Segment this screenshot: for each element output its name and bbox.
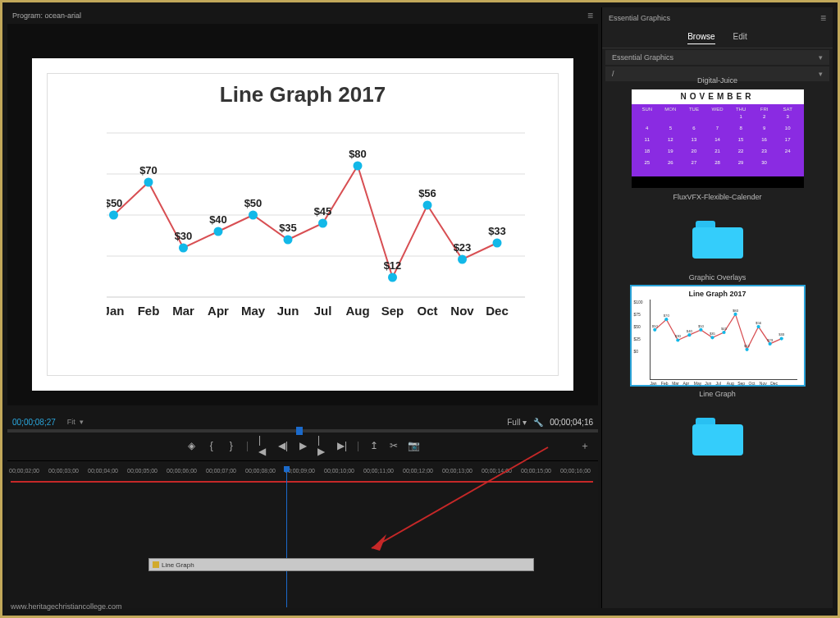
svg-text:$50: $50	[244, 197, 262, 209]
panel-menu-icon[interactable]: ≡	[820, 12, 826, 24]
mark-out-icon[interactable]: }	[226, 441, 236, 451]
timeline-ruler[interactable]: 00;00;02;0000;00;03;0000;00;04;0000;00;0…	[7, 468, 598, 479]
wrench-icon[interactable]: 🔧	[533, 418, 543, 427]
svg-text:$80: $80	[349, 148, 367, 160]
timeline-work-area[interactable]	[11, 481, 593, 483]
svg-text:$56: $56	[418, 187, 436, 199]
fit-dropdown[interactable]: Fit ▾	[67, 418, 84, 426]
svg-text:Mar: Mar	[172, 304, 194, 318]
step-forward-icon[interactable]: |▶	[317, 441, 327, 451]
svg-text:Aug: Aug	[345, 304, 369, 318]
scrubber-playhead-icon[interactable]	[296, 427, 303, 435]
mark-in-icon[interactable]: {	[207, 441, 217, 451]
tab-browse[interactable]: Browse	[687, 32, 714, 44]
step-back-icon[interactable]: ◀|	[278, 441, 288, 451]
ruler-tick: 00;00;02;00	[7, 468, 47, 479]
svg-text:Feb: Feb	[138, 304, 160, 318]
play-icon[interactable]: ▶	[298, 441, 308, 451]
chart-title: Line Graph 2017	[48, 84, 558, 105]
svg-text:$23: $23	[767, 338, 774, 342]
marker-add-icon[interactable]: ◈	[187, 441, 197, 451]
eg-panel-header: Essential Graphics ≡	[602, 7, 833, 29]
svg-text:$50: $50	[651, 324, 658, 328]
timeline-playhead[interactable]	[286, 466, 287, 607]
eg-panel-title: Essential Graphics	[609, 14, 670, 22]
line-chart: $0$25$50$75$100 JanFebMarAprMayJunJulAug…	[107, 125, 533, 330]
timeline-clip[interactable]: Line Graph	[148, 558, 534, 571]
svg-point-30	[354, 162, 363, 171]
ruler-tick: 00;00;03;00	[47, 468, 86, 479]
program-monitor: Line Graph 2017 $0$25$50$75$100 JanFebMa…	[7, 24, 598, 405]
svg-text:$35: $35	[279, 222, 297, 234]
svg-text:Dec: Dec	[486, 304, 509, 318]
svg-point-24	[144, 178, 153, 187]
export-frame-icon[interactable]: 📷	[409, 441, 418, 451]
svg-text:$40: $40	[686, 329, 692, 333]
button-editor-icon[interactable]: ＋	[580, 441, 590, 451]
chart-frame: Line Graph 2017 $0$25$50$75$100 JanFebMa…	[47, 73, 559, 376]
timecode-left: 00;00;08;27	[7, 418, 56, 427]
resolution-dropdown[interactable]: Full ▾	[507, 418, 527, 427]
program-scrubber[interactable]	[7, 429, 598, 433]
ruler-tick: 00;00;08;00	[244, 468, 283, 479]
svg-point-26	[214, 227, 223, 236]
svg-point-29	[318, 219, 327, 228]
eg-template-caption: Line Graph	[610, 390, 824, 398]
svg-point-28	[284, 236, 293, 245]
ruler-tick: 00;00;06;00	[165, 468, 204, 479]
svg-point-31	[388, 273, 397, 282]
svg-text:$30: $30	[175, 230, 193, 242]
transport-controls: ◈ { } | |◀ ◀| ▶ |▶ ▶| | ↥ ✂ 📷 ＋	[7, 436, 598, 455]
go-to-in-icon[interactable]: |◀	[258, 441, 268, 451]
program-panel-header: Program: ocean-arial ≡	[7, 7, 598, 24]
ruler-tick: 00;00;16;00	[559, 468, 598, 479]
ruler-tick: 00;00;10;00	[322, 468, 362, 479]
svg-text:$45: $45	[720, 327, 727, 331]
eg-tabs: Browse Edit	[602, 29, 833, 48]
tab-edit[interactable]: Edit	[733, 32, 747, 44]
svg-text:$33: $33	[488, 225, 506, 237]
go-to-out-icon[interactable]: ▶|	[337, 441, 347, 451]
eg-library-dropdown[interactable]: Essential Graphics▾	[605, 50, 829, 65]
ruler-tick: 00;00;07;00	[204, 468, 244, 479]
ruler-tick: 00;00;04;00	[86, 468, 126, 479]
timeline-panel: 00;00;02;0000;00;03;0000;00;04;0000;00;0…	[7, 460, 598, 608]
svg-text:Oct: Oct	[417, 304, 437, 318]
svg-point-34	[493, 239, 502, 248]
svg-point-67	[756, 325, 760, 328]
folder-icon[interactable]	[692, 418, 743, 455]
svg-text:$56: $56	[756, 321, 762, 325]
svg-text:$50: $50	[697, 324, 704, 328]
svg-point-27	[249, 211, 258, 220]
svg-point-33	[458, 255, 467, 264]
svg-point-69	[768, 342, 771, 346]
svg-text:$30: $30	[674, 334, 681, 338]
eg-template-linegraph[interactable]: Line Graph 2017$50$70$30$40$50$35$45$80$…	[632, 286, 804, 385]
svg-point-63	[733, 313, 737, 316]
svg-text:$23: $23	[454, 241, 472, 254]
svg-point-25	[179, 244, 188, 253]
svg-text:$80: $80	[733, 309, 739, 313]
svg-text:$50: $50	[107, 197, 122, 209]
ruler-tick: 00;00;05;00	[126, 468, 165, 479]
folder-icon[interactable]	[692, 221, 743, 259]
app-root: Program: ocean-arial ≡ Line Graph 2017 $…	[0, 0, 840, 618]
svg-text:$40: $40	[209, 213, 227, 226]
eg-template-calendar[interactable]: NOVEMBERSUNMONTUEWEDTHUFRISAT12345678910…	[632, 89, 804, 188]
svg-text:$33: $33	[778, 332, 785, 336]
panel-menu-icon[interactable]: ≡	[587, 10, 593, 21]
extract-icon[interactable]: ✂	[389, 441, 399, 451]
program-panel-title: Program: ocean-arial	[12, 11, 81, 20]
svg-point-61	[722, 331, 725, 334]
svg-text:Sep: Sep	[381, 304, 404, 318]
eg-group-label: Digital-Juice	[610, 76, 824, 85]
svg-point-65	[745, 348, 748, 351]
svg-point-55	[687, 333, 691, 336]
svg-text:$70: $70	[663, 314, 669, 318]
svg-text:$70: $70	[139, 164, 158, 176]
ruler-tick: 00;00;15;00	[519, 468, 559, 479]
ruler-tick: 00;00;13;00	[441, 468, 480, 479]
svg-text:Jan: Jan	[107, 304, 124, 318]
ruler-tick: 00;00;14;00	[480, 468, 519, 479]
lift-icon[interactable]: ↥	[369, 441, 379, 451]
